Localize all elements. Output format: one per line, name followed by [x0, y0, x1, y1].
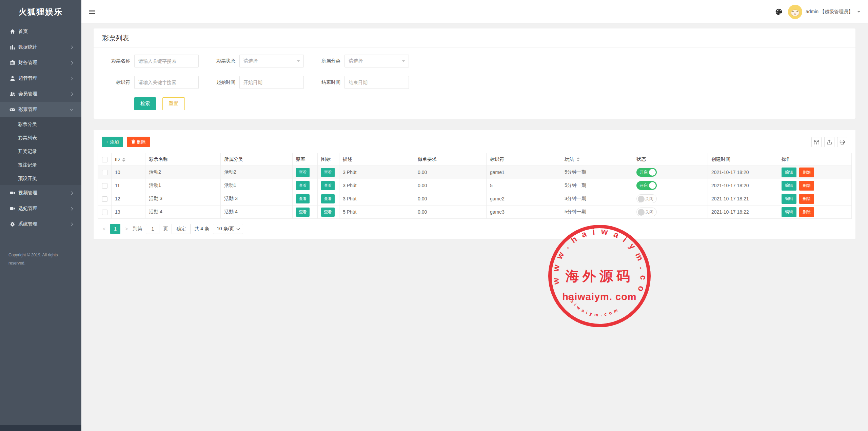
next-page-button[interactable]: >: [124, 226, 129, 232]
table-card: + 添加 删除: [94, 130, 855, 239]
video-camera-icon: [9, 206, 15, 212]
lottery-status-label: 彩票状态: [208, 58, 235, 64]
edit-button[interactable]: 编辑: [782, 168, 796, 177]
view-icon-button[interactable]: 查看: [321, 208, 335, 217]
edit-button[interactable]: 编辑: [782, 207, 796, 217]
sidebar-subitem-lottery-category[interactable]: 彩票分类: [0, 117, 81, 131]
sidebar: 火狐狸娱乐 首页 数据统计 财务管理 超管管理 会员管理: [0, 0, 81, 431]
sidebar-subitem-preset-draw[interactable]: 预设开奖: [0, 172, 81, 185]
row-delete-button[interactable]: 删除: [799, 207, 814, 217]
table-row: 10 活动2 活动2 查看 查看 3 Phút 0.00 game1 5分钟一期…: [98, 166, 852, 179]
page-unit-label: 页: [163, 226, 168, 232]
user-icon: [9, 76, 15, 81]
edit-button[interactable]: 编辑: [782, 181, 796, 191]
columns-filter-button[interactable]: [811, 137, 822, 147]
status-toggle[interactable]: 关闭: [636, 208, 657, 216]
row-checkbox[interactable]: [102, 183, 107, 189]
sidebar-item-superadmin[interactable]: 超管管理: [0, 71, 81, 86]
theme-palette-icon[interactable]: [775, 8, 783, 16]
col-desc: 描述: [339, 153, 414, 166]
view-odds-button[interactable]: 查看: [296, 208, 310, 217]
goto-label: 到第: [133, 226, 142, 232]
edit-button[interactable]: 编辑: [782, 194, 796, 204]
chevron-right-icon: [70, 92, 73, 96]
cell-order: 0.00: [414, 179, 487, 192]
col-id[interactable]: ID: [112, 153, 145, 166]
cell-created: 2021-10-17 18:20: [708, 179, 778, 192]
identifier-input[interactable]: [134, 76, 199, 89]
row-delete-button[interactable]: 删除: [799, 194, 814, 204]
select-all-checkbox[interactable]: [102, 157, 107, 162]
select-caret-icon: [402, 60, 405, 62]
status-toggle[interactable]: 开启: [636, 168, 657, 177]
goto-page-input[interactable]: [146, 224, 159, 234]
sort-icon[interactable]: [576, 157, 580, 161]
page-1-button[interactable]: 1: [110, 224, 120, 234]
cell-created: 2021-10-17 18:21: [708, 192, 778, 205]
row-checkbox[interactable]: [102, 170, 107, 175]
view-icon-button[interactable]: 查看: [321, 181, 335, 190]
per-page-select[interactable]: 10 条/页: [213, 224, 243, 234]
status-toggle[interactable]: 关闭: [636, 194, 657, 203]
cell-id: 12: [112, 192, 145, 205]
cell-desc: 3 Phút: [339, 179, 414, 192]
gear-icon: [9, 221, 15, 227]
cell-code: game3: [487, 205, 561, 219]
table-row: 11 活动1 活动1 查看 查看 3 Phút 0.00 5 5分钟一期 开启 …: [98, 179, 852, 192]
sidebar-item-label: 彩票管理: [18, 106, 70, 113]
reset-button[interactable]: 重置: [162, 97, 185, 110]
sidebar-item-stats[interactable]: 数据统计: [0, 39, 81, 55]
sidebar-subitem-bet-records[interactable]: 投注记录: [0, 158, 81, 172]
bar-chart-icon: [9, 44, 15, 50]
sidebar-item-lottery[interactable]: 彩票管理: [0, 102, 81, 117]
row-checkbox[interactable]: [102, 210, 107, 215]
cell-name: 活动2: [145, 166, 221, 179]
category-select[interactable]: 请选择: [344, 55, 409, 67]
sort-icon[interactable]: [122, 158, 125, 162]
view-odds-button[interactable]: 查看: [296, 194, 310, 203]
sidebar-subitem-lottery-list[interactable]: 彩票列表: [0, 131, 81, 144]
user-menu[interactable]: admin 【超级管理员】: [788, 5, 861, 19]
status-toggle[interactable]: 开启: [636, 181, 657, 190]
view-icon-button[interactable]: 查看: [321, 168, 335, 177]
gamepad-icon: [9, 107, 15, 113]
view-odds-button[interactable]: 查看: [296, 181, 310, 190]
print-button[interactable]: [837, 137, 847, 147]
sidebar-item-video[interactable]: 视频管理: [0, 185, 81, 201]
prev-page-button[interactable]: <: [102, 226, 106, 232]
sidebar-subitem-draw-records[interactable]: 开奖记录: [0, 144, 81, 158]
trash-icon: [131, 139, 135, 145]
cell-id: 13: [112, 205, 145, 219]
add-button[interactable]: + 添加: [102, 137, 123, 147]
chevron-right-icon: [70, 207, 73, 210]
sidebar-item-home[interactable]: 首页: [0, 24, 81, 39]
row-checkbox[interactable]: [102, 196, 107, 202]
col-code: 标识符: [487, 153, 561, 166]
sidebar-item-members[interactable]: 会员管理: [0, 86, 81, 102]
sidebar-item-system[interactable]: 系统管理: [0, 216, 81, 232]
col-play[interactable]: 玩法: [561, 153, 633, 166]
delete-button[interactable]: 删除: [127, 137, 150, 147]
sidebar-item-label: 选妃管理: [18, 205, 70, 212]
lottery-status-select[interactable]: 请选择: [239, 55, 304, 67]
cell-id: 11: [112, 179, 145, 192]
main-content: 彩票列表 彩票名称 彩票状态 请选择 所属分类 请选择: [81, 24, 868, 431]
chevron-right-icon: [70, 45, 73, 49]
goto-confirm-button[interactable]: 确定: [172, 224, 191, 234]
view-odds-button[interactable]: 查看: [296, 168, 310, 177]
row-delete-button[interactable]: 删除: [799, 168, 814, 177]
sidebar-item-label: 视频管理: [18, 190, 70, 196]
cell-category: 活動 4: [221, 205, 293, 219]
lottery-name-input[interactable]: [134, 55, 199, 67]
sidebar-item-label: 超管管理: [18, 75, 70, 81]
sidebar-item-finance[interactable]: 财务管理: [0, 55, 81, 71]
search-button[interactable]: 检索: [134, 97, 156, 110]
view-icon-button[interactable]: 查看: [321, 194, 335, 203]
chevron-right-icon: [70, 191, 73, 195]
export-button[interactable]: [824, 137, 834, 147]
sidebar-item-concubine[interactable]: 选妃管理: [0, 201, 81, 216]
start-date-input[interactable]: [239, 76, 304, 89]
row-delete-button[interactable]: 删除: [799, 181, 814, 191]
menu-toggle-icon[interactable]: [89, 9, 96, 15]
end-date-input[interactable]: [344, 76, 409, 89]
